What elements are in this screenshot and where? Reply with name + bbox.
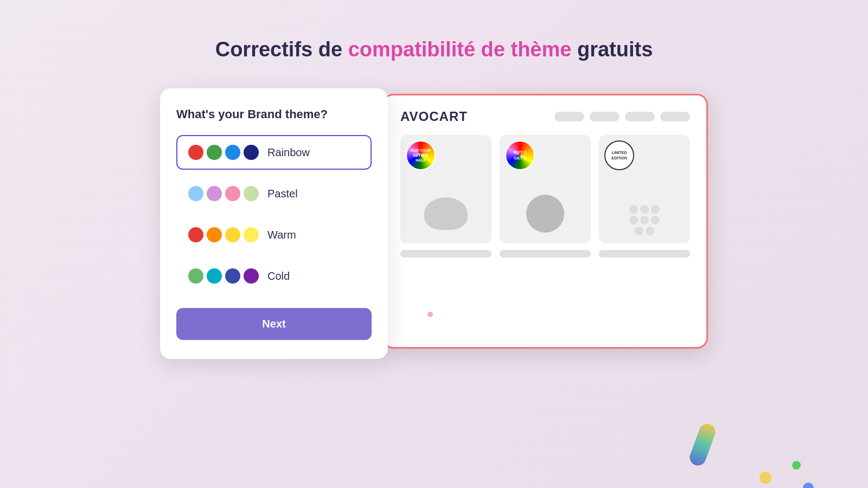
warm-dot-3 xyxy=(225,227,240,242)
warm-dot-2 xyxy=(207,227,222,242)
cold-dot-2 xyxy=(207,268,222,284)
preview-products: FOR YOURBETTERHALF BUY 1GET 1 LIMITEDEDI… xyxy=(400,135,690,243)
preview-nav xyxy=(554,112,690,121)
color-dots-cold xyxy=(188,268,259,284)
preview-header: Avocart xyxy=(400,109,690,124)
theme-option-cold[interactable]: Cold xyxy=(176,259,372,293)
main-content: What's your Brand theme? RainbowPastelWa… xyxy=(0,88,868,359)
ball xyxy=(629,205,638,214)
ball xyxy=(640,216,649,224)
theme-option-pastel[interactable]: Pastel xyxy=(176,176,372,211)
pastel-dot-2 xyxy=(207,186,222,201)
garlic-shape xyxy=(526,195,564,233)
pastel-dot-1 xyxy=(188,186,203,201)
color-dots-warm xyxy=(188,227,259,242)
deco-dot-yellow xyxy=(760,472,771,484)
nav-item-1 xyxy=(554,112,584,121)
theme-option-warm[interactable]: Warm xyxy=(176,217,372,252)
cold-dot-4 xyxy=(244,268,259,284)
deco-dot-green xyxy=(792,461,801,470)
ball xyxy=(629,216,638,224)
theme-options-list: RainbowPastelWarmCold xyxy=(176,135,372,293)
title-after: gratuits xyxy=(571,38,653,61)
label-bar-3 xyxy=(599,250,690,258)
ball xyxy=(646,227,654,235)
cold-dot-1 xyxy=(188,268,203,284)
preview-inner: Avocart FOR YOURBETTERHALF BUY 1GET 1 xyxy=(384,95,706,271)
brand-card-title: What's your Brand theme? xyxy=(176,107,372,121)
color-dots-rainbow xyxy=(188,145,259,160)
theme-label-warm: Warm xyxy=(267,229,296,241)
ball xyxy=(635,227,643,235)
rainbow-dot-4 xyxy=(244,145,259,160)
brand-theme-card: What's your Brand theme? RainbowPastelWa… xyxy=(160,88,388,359)
product-card-1: FOR YOURBETTERHALF xyxy=(400,135,492,243)
warm-dot-1 xyxy=(188,227,203,242)
balls-container xyxy=(626,205,663,235)
rainbow-dot-2 xyxy=(207,145,222,160)
pastel-dot-3 xyxy=(225,186,240,201)
product-card-3: LIMITEDEDITION xyxy=(599,135,690,243)
badge-rainbow: FOR YOURBETTERHALF xyxy=(406,140,436,170)
theme-label-rainbow: Rainbow xyxy=(267,146,310,159)
color-dots-pastel xyxy=(188,186,259,201)
badge-buy: BUY 1GET 1 xyxy=(505,140,535,170)
ball xyxy=(651,205,660,214)
nav-item-4 xyxy=(660,112,690,121)
theme-label-cold: Cold xyxy=(267,270,290,282)
preview-logo: Avocart xyxy=(400,109,468,124)
deco-dot-blue xyxy=(803,483,814,488)
ball xyxy=(651,216,660,224)
cold-dot-3 xyxy=(225,268,240,284)
ball xyxy=(640,205,649,214)
preview-dot-pink-1 xyxy=(427,312,433,317)
next-button[interactable]: Next xyxy=(176,308,372,340)
nav-item-3 xyxy=(625,112,655,121)
rainbow-dot-1 xyxy=(188,145,203,160)
product-card-2: BUY 1GET 1 xyxy=(500,135,591,243)
badge-limited: LIMITEDEDITION xyxy=(604,140,634,170)
title-before: Correctifs de xyxy=(215,38,348,61)
label-bar-2 xyxy=(500,250,591,258)
theme-option-rainbow[interactable]: Rainbow xyxy=(176,135,372,170)
preview-labels xyxy=(400,250,690,258)
pastel-dot-4 xyxy=(244,186,259,201)
page-title: Correctifs de compatibilité de thème gra… xyxy=(0,0,868,61)
title-highlight: compatibilité de thème xyxy=(348,38,572,61)
theme-label-pastel: Pastel xyxy=(267,188,298,200)
nav-item-2 xyxy=(590,112,620,121)
label-bar-1 xyxy=(400,250,492,258)
preview-card: Avocart FOR YOURBETTERHALF BUY 1GET 1 xyxy=(382,94,708,349)
warm-dot-4 xyxy=(244,227,259,242)
deco-stripe xyxy=(687,421,718,467)
bread-shape xyxy=(424,197,468,230)
rainbow-dot-3 xyxy=(225,145,240,160)
